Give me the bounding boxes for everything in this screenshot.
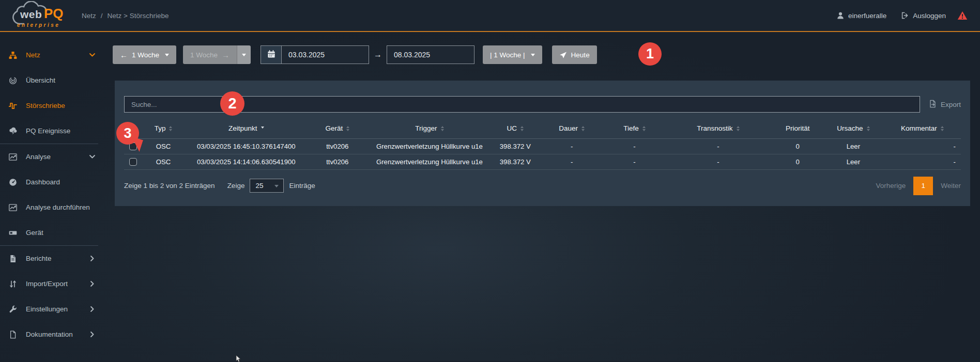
table-header-row: TypZeitpunktGerätTriggerUCDauerTiefeTran… [124, 119, 961, 138]
user-menu[interactable]: einerfueralle [836, 11, 886, 20]
logo-text-web: web [20, 8, 42, 21]
arrow-left-icon: ← [120, 51, 128, 59]
chevron-down-icon [89, 52, 96, 58]
table-cell: Grenzwertverletzung Hüllkurve u1e [366, 154, 492, 169]
sidebar-item-gerät[interactable]: Gerät [0, 220, 111, 245]
device-icon [8, 229, 17, 237]
breadcrumb-item: / [101, 12, 103, 20]
column-header-priorität[interactable]: Priorität [773, 119, 823, 138]
caret-down-icon [531, 54, 535, 58]
table-cell: 0 [773, 154, 823, 169]
pagination: Zeige 1 bis 2 von 2 Einträgen Zeige 25 E… [124, 177, 961, 195]
row-checkbox[interactable] [129, 158, 137, 166]
table-cell: - [538, 138, 605, 154]
table-cell: - [538, 154, 605, 169]
column-header-typ[interactable]: Typ [143, 119, 185, 138]
table-cell: Leer [823, 138, 884, 154]
export-icon [929, 100, 937, 109]
waveform-icon [8, 102, 17, 110]
chevron-right-icon [89, 331, 96, 338]
logo-tagline: enterprise [17, 22, 60, 28]
top-header: web PQ enterprise Netz/Netz > Störschrie… [0, 0, 980, 32]
sidebar-item-label: Übersicht [26, 76, 55, 84]
column-header-gerät[interactable]: Gerät [308, 119, 366, 138]
column-header-tiefe[interactable]: Tiefe [605, 119, 664, 138]
run-analysis-icon [8, 203, 17, 212]
current-page-button[interactable]: 1 [913, 177, 933, 195]
main-content: ← 1 Woche 1 Woche → → | 1 Woche | [111, 32, 980, 361]
previous-page-button[interactable]: Vorherige [876, 182, 906, 190]
sidebar-item-netz[interactable]: Netz [0, 42, 111, 68]
column-header-kommentar[interactable]: Kommentar [884, 119, 961, 138]
sidebar-item-label: Berichte [26, 255, 52, 262]
sidebar-item-übersicht[interactable]: Übersicht [0, 68, 111, 93]
sidebar-item-einstellungen[interactable]: Einstellungen [0, 296, 111, 322]
today-button[interactable]: Heute [552, 45, 597, 64]
calendar-button[interactable] [261, 45, 281, 64]
pq-events-icon [8, 127, 17, 135]
date-toolbar: ← 1 Woche 1 Woche → → | 1 Woche | [113, 45, 597, 64]
table-cell: OSC [143, 154, 185, 169]
import-export-icon [8, 280, 17, 288]
table-row[interactable]: OSC03/03/2025 16:45:10.376147400ttv0206G… [124, 138, 961, 154]
sidebar-item-label: Analyse [26, 153, 51, 161]
sidebar-item-label: Einstellungen [26, 305, 68, 313]
sidebar-item-import-export[interactable]: Import/Export [0, 271, 111, 296]
date-to-input[interactable] [387, 45, 474, 64]
logout-button[interactable]: Ausloggen [901, 11, 946, 20]
previous-week-button[interactable]: ← 1 Woche [113, 45, 176, 64]
page-size-suffix: Einträge [289, 182, 315, 190]
sidebar: NetzÜbersichtStörschriebePQ EreignisseAn… [0, 32, 111, 361]
network-icon [8, 51, 17, 59]
arrow-right-icon: → [374, 50, 382, 59]
mouse-cursor [236, 355, 242, 362]
column-header-ursache[interactable]: Ursache [823, 119, 884, 138]
sidebar-item-label: Störschriebe [26, 102, 65, 109]
calendar-icon [267, 50, 275, 60]
range-preset-button[interactable]: | 1 Woche | [483, 45, 542, 64]
page-size-select[interactable]: 25 [250, 179, 284, 193]
overview-icon [8, 76, 17, 85]
sidebar-item-dashboard[interactable]: Dashboard [0, 169, 111, 195]
table-cell: OSC [143, 138, 185, 154]
column-header-zeitpunkt[interactable]: Zeitpunkt [185, 119, 309, 138]
date-from-input[interactable] [281, 45, 369, 64]
column-header-transnostik[interactable]: Transnostik [664, 119, 772, 138]
arrow-right-icon: → [222, 51, 229, 59]
annotation-badge-1: 1 [638, 42, 662, 66]
next-page-button[interactable]: Weiter [941, 182, 961, 190]
logout-icon [901, 11, 909, 20]
next-week-dropdown[interactable] [237, 45, 251, 64]
next-week-button[interactable]: 1 Woche → [183, 45, 237, 64]
annotation-badge-2: 2 [220, 91, 244, 116]
annotation-badge-3: 3 [116, 122, 139, 145]
sidebar-item-pq-ereignisse[interactable]: PQ Ereignisse [0, 118, 111, 144]
table-cell: - [664, 138, 772, 154]
documentation-icon [8, 330, 17, 339]
warning-icon[interactable] [957, 11, 968, 20]
sidebar-item-störschriebe[interactable]: Störschriebe [0, 93, 111, 118]
breadcrumb-item[interactable]: Netz > Störschriebe [108, 12, 169, 20]
table-cell: 398.372 V [492, 138, 538, 154]
person-icon [836, 11, 845, 20]
table-row[interactable]: OSC03/03/2025 14:14:06.630541900ttv0206G… [124, 154, 961, 169]
caret-down-icon [274, 185, 279, 190]
sidebar-item-berichte[interactable]: Berichte [0, 246, 111, 271]
table-body: OSC03/03/2025 16:45:10.376147400ttv0206G… [124, 138, 961, 169]
table-cell: 03/03/2025 16:45:10.376147400 [185, 138, 309, 154]
chevron-right-icon [89, 255, 96, 262]
breadcrumb-item[interactable]: Netz [82, 12, 96, 20]
table-cell: 03/03/2025 14:14:06.630541900 [185, 154, 309, 169]
caret-down-icon [242, 54, 246, 58]
table-cell: 0 [773, 138, 823, 154]
table-cell: 398.372 V [492, 154, 538, 169]
column-header-uc[interactable]: UC [492, 119, 538, 138]
sidebar-item-dokumentation[interactable]: Dokumentation [0, 322, 111, 347]
export-button[interactable]: Export [929, 100, 961, 109]
chevron-down-icon [89, 153, 96, 160]
sidebar-item-analyse-durchführen[interactable]: Analyse durchführen [0, 195, 111, 220]
column-header-dauer[interactable]: Dauer [538, 119, 605, 138]
column-header-trigger[interactable]: Trigger [366, 119, 492, 138]
caret-down-icon [165, 54, 169, 58]
sidebar-item-analyse[interactable]: Analyse [0, 144, 111, 169]
